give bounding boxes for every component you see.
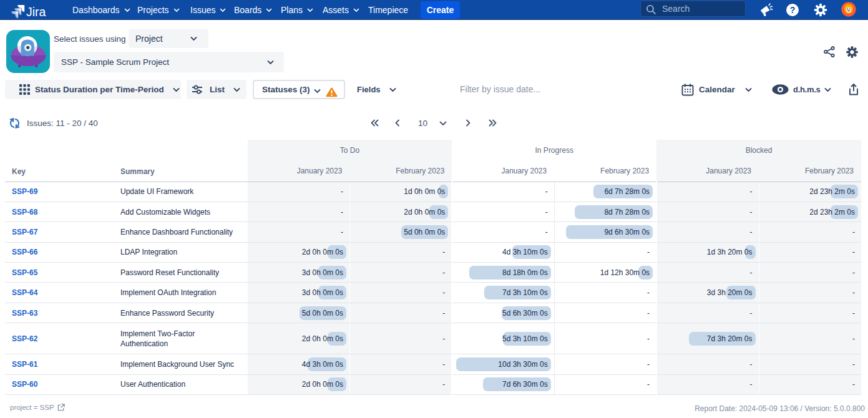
svg-text:?: ?	[790, 5, 796, 15]
svg-text:Jira: Jira	[26, 5, 46, 19]
